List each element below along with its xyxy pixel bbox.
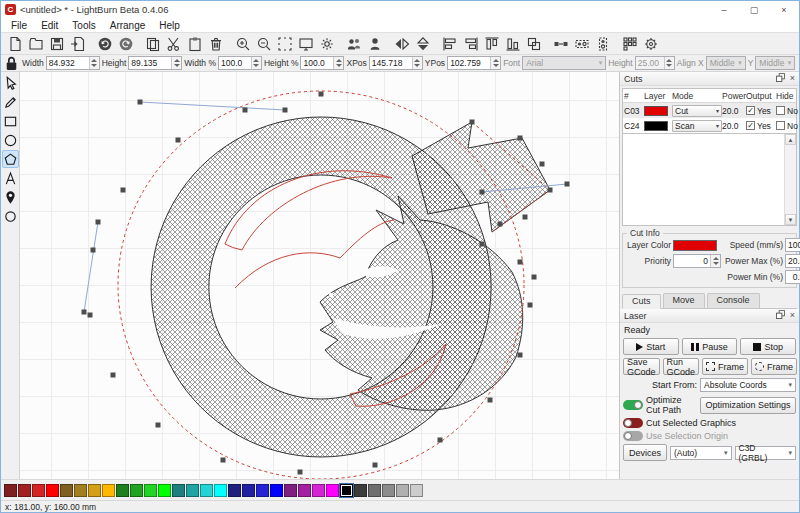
selection-node[interactable] — [121, 188, 126, 193]
palette-swatch-26[interactable] — [368, 484, 381, 497]
selection-node[interactable] — [111, 373, 116, 378]
menu-help[interactable]: Help — [152, 20, 187, 31]
speed-field[interactable]: 100.0 — [785, 238, 800, 252]
palette-swatch-14[interactable] — [200, 484, 213, 497]
selection-node[interactable] — [91, 248, 96, 253]
spinner-icon[interactable] — [89, 57, 99, 69]
palette-swatch-21[interactable] — [298, 484, 311, 497]
tool-text-button[interactable] — [2, 169, 19, 187]
selection-node[interactable] — [480, 242, 485, 247]
close-panel-icon[interactable]: × — [790, 74, 795, 83]
toolbar-new-button[interactable] — [4, 33, 25, 54]
device-profile-select[interactable]: C3D (GRBL)▾ — [735, 446, 797, 460]
selection-node[interactable] — [488, 398, 493, 403]
font-height-field[interactable]: 25.00 — [635, 56, 675, 70]
checkbox-icon[interactable]: ✓ — [746, 106, 755, 115]
toolbar-nest-selection-button[interactable] — [592, 33, 613, 54]
palette-swatch-29[interactable] — [410, 484, 423, 497]
cut-selected-graphics-toggle[interactable] — [623, 418, 643, 428]
tool-draw-lines-button[interactable] — [2, 93, 19, 111]
toolbar-machine-users-button[interactable] — [343, 33, 364, 54]
save-gcode-button[interactable]: Save GCode — [623, 358, 660, 375]
float-panel-icon[interactable] — [776, 310, 785, 321]
palette-swatch-4[interactable] — [60, 484, 73, 497]
selection-node[interactable] — [138, 100, 143, 105]
layer-hide-checkbox[interactable]: No — [776, 121, 800, 131]
selection-node[interactable] — [518, 260, 523, 265]
selection-node[interactable] — [528, 303, 533, 308]
toolbar-preview-button[interactable] — [295, 33, 316, 54]
menu-arrange[interactable]: Arrange — [103, 20, 153, 31]
toolbar-align-right-button[interactable] — [460, 33, 481, 54]
ypos-field[interactable]: 102.759 — [447, 56, 501, 70]
use-selection-origin-toggle[interactable] — [623, 431, 643, 441]
checkbox-icon[interactable] — [776, 121, 785, 130]
layer-color-swatch[interactable] — [644, 121, 668, 131]
layer-output-checkbox[interactable]: ✓Yes — [746, 106, 776, 116]
float-panel-icon[interactable] — [776, 73, 785, 84]
selection-node[interactable] — [548, 188, 553, 193]
palette-swatch-24[interactable] — [340, 484, 353, 497]
toolbar-align-bottom-button[interactable] — [502, 33, 523, 54]
height-percent-field[interactable]: 100.0 — [300, 56, 344, 70]
xpos-field[interactable]: 145.718 — [369, 56, 423, 70]
pause-button[interactable]: Pause — [682, 338, 738, 355]
selection-node[interactable] — [88, 313, 93, 318]
toolbar-zoom-in-button[interactable] — [232, 33, 253, 54]
spinner-icon[interactable] — [710, 255, 720, 267]
minimize-button[interactable]: – — [709, 1, 739, 18]
toolbar-user-button[interactable] — [364, 33, 385, 54]
checkbox-icon[interactable] — [776, 106, 785, 115]
tab-cuts[interactable]: Cuts — [622, 294, 661, 309]
spinner-icon[interactable] — [171, 57, 181, 69]
tab-console[interactable]: Console — [707, 293, 760, 308]
toolbar-distribute-horizontal-button[interactable] — [550, 33, 571, 54]
lock-aspect-icon[interactable] — [3, 56, 20, 71]
tool-select-button[interactable] — [2, 74, 19, 92]
selection-node[interactable] — [438, 438, 443, 443]
toolbar-grid-array-button[interactable] — [619, 33, 640, 54]
selection-node[interactable] — [96, 220, 101, 225]
palette-swatch-15[interactable] — [214, 484, 227, 497]
spinner-icon[interactable] — [333, 57, 343, 69]
palette-swatch-13[interactable] — [186, 484, 199, 497]
toolbar-open-button[interactable] — [25, 33, 46, 54]
palette-swatch-18[interactable] — [256, 484, 269, 497]
optimization-settings-button[interactable]: Optimization Settings — [700, 397, 796, 414]
layer-color-swatch[interactable] — [644, 106, 668, 116]
selection-node[interactable] — [498, 222, 503, 227]
selection-node[interactable] — [283, 108, 288, 113]
selection-node[interactable] — [243, 108, 248, 113]
palette-swatch-16[interactable] — [228, 484, 241, 497]
selection-node[interactable] — [156, 423, 161, 428]
menu-file[interactable]: File — [4, 20, 34, 31]
power-max-field[interactable]: 20.00 — [785, 254, 800, 268]
palette-swatch-5[interactable] — [74, 484, 87, 497]
selection-node[interactable] — [540, 162, 545, 167]
align-x-select[interactable]: Middle▾ — [706, 56, 746, 70]
scroll-up-icon[interactable]: ▲ — [785, 134, 796, 145]
toolbar-rotary-setup-button[interactable] — [640, 33, 661, 54]
palette-swatch-25[interactable] — [354, 484, 367, 497]
close-panel-icon[interactable]: × — [790, 311, 795, 320]
power-min-field[interactable]: 0.00 — [785, 270, 800, 284]
palette-swatch-7[interactable] — [102, 484, 115, 497]
palette-swatch-12[interactable] — [172, 484, 185, 497]
toolbar-copy-button[interactable] — [142, 33, 163, 54]
frame-circle-button[interactable]: Frame — [751, 358, 797, 375]
palette-swatch-22[interactable] — [312, 484, 325, 497]
frame-rect-button[interactable]: Frame — [702, 358, 748, 375]
palette-swatch-28[interactable] — [396, 484, 409, 497]
toolbar-delete-button[interactable] — [205, 33, 226, 54]
menu-tools[interactable]: Tools — [65, 20, 102, 31]
tool-rectangle-button[interactable] — [2, 112, 19, 130]
palette-swatch-1[interactable] — [18, 484, 31, 497]
toolbar-save-button[interactable] — [46, 33, 67, 54]
spinner-icon[interactable] — [412, 57, 422, 69]
toolbar-distribute-vertical-button[interactable] — [571, 33, 592, 54]
spinner-icon[interactable] — [664, 57, 674, 69]
selection-node[interactable] — [518, 136, 523, 141]
palette-swatch-20[interactable] — [284, 484, 297, 497]
close-button[interactable]: × — [769, 1, 799, 18]
font-select[interactable]: Arial▾ — [522, 56, 606, 70]
